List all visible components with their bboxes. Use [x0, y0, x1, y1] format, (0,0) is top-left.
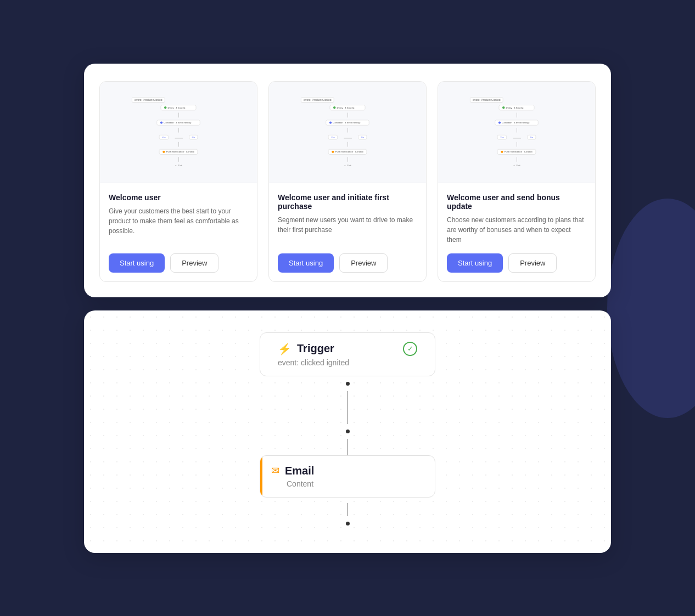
- card-actions-3: Start using Preview: [447, 253, 586, 273]
- mini-condition-3: Condition · 4 event field(s): [495, 120, 538, 126]
- card-preview-2: event: Product Clicked Delay · 4 hour(s)…: [269, 82, 426, 183]
- mini-flow-3: event: Product Clicked Delay · 4 hour(s)…: [465, 98, 568, 167]
- mini-yes-3: Yes: [497, 135, 507, 140]
- email-icon: ✉: [271, 465, 279, 477]
- card-title-1: Welcome user: [109, 193, 248, 202]
- start-using-button-2[interactable]: Start using: [278, 253, 334, 273]
- card-title-2: Welcome user and initiate first purchase: [278, 193, 417, 211]
- mini-branch-1: Yes No: [159, 135, 198, 140]
- card-title-3: Welcome user and send bonus update: [447, 193, 586, 211]
- card-desc-3: Choose new customers according to plans …: [447, 215, 586, 245]
- lightning-icon: ⚡: [278, 343, 292, 354]
- email-content-label: Content: [287, 479, 426, 488]
- mini-no-2: No: [358, 135, 367, 140]
- trigger-node[interactable]: ⚡ Trigger ✓ event: clicked ignited: [260, 332, 435, 376]
- card-body-1: Welcome user Give your customers the bes…: [100, 183, 257, 281]
- mini-branch-2: Yes No: [328, 135, 367, 140]
- card-actions-1: Start using Preview: [109, 253, 248, 273]
- bottom-connector: [346, 498, 350, 531]
- preview-button-2[interactable]: Preview: [339, 253, 388, 273]
- card-actions-2: Start using Preview: [278, 253, 417, 273]
- connector-line-2: [347, 439, 348, 455]
- card-body-3: Welcome user and send bonus update Choos…: [438, 183, 595, 281]
- mini-delay-2: Delay · 4 hour(s): [330, 105, 366, 110]
- connector-line-1: [347, 391, 348, 424]
- trigger-event-text: event: clicked ignited: [278, 358, 349, 367]
- email-node[interactable]: ✉ Email Content: [260, 455, 435, 498]
- template-card-1: event: Product Clicked Delay · 4 hour(s)…: [99, 81, 257, 282]
- mini-branch-3: Yes No: [497, 135, 536, 140]
- connector-1: [346, 376, 350, 455]
- connector-dot-1: [346, 382, 350, 386]
- email-title: Email: [285, 465, 314, 477]
- trigger-title: Trigger: [297, 342, 334, 355]
- template-card-3: event: Product Clicked Delay · 4 hour(s)…: [438, 81, 596, 282]
- mini-condition-1: Condition · 4 event field(s): [156, 120, 200, 126]
- mini-delay-3: Delay · 4 hour(s): [499, 105, 535, 110]
- card-desc-2: Segment new users you want to drive to m…: [278, 215, 417, 245]
- mini-exit-2: ▲Exit: [344, 164, 351, 166]
- email-header: ✉ Email: [271, 465, 426, 477]
- card-preview-3: event: Product Clicked Delay · 4 hour(s)…: [438, 82, 595, 183]
- cards-grid: event: Product Clicked Delay · 4 hour(s)…: [99, 81, 596, 282]
- mini-exit-3: ▲Exit: [513, 164, 520, 166]
- connector-line-3: [347, 503, 348, 516]
- mini-event-label-3: event: Product Clicked: [470, 98, 503, 103]
- email-body: ✉ Email Content: [260, 456, 435, 497]
- mini-exit-1: ▲Exit: [175, 164, 182, 166]
- start-using-button-3[interactable]: Start using: [447, 253, 503, 273]
- mini-yes-1: Yes: [159, 135, 169, 140]
- template-card-2: event: Product Clicked Delay · 4 hour(s)…: [268, 81, 427, 282]
- template-cards-panel: event: Product Clicked Delay · 4 hour(s)…: [84, 64, 611, 297]
- connector-dot-2: [346, 429, 350, 433]
- start-using-button-1[interactable]: Start using: [109, 253, 165, 273]
- mini-no-1: No: [189, 135, 198, 140]
- trigger-title-group: ⚡ Trigger: [278, 342, 334, 355]
- trigger-header: ⚡ Trigger ✓: [278, 342, 417, 356]
- mini-push-1: Push Notification · Content: [159, 149, 198, 155]
- mini-flow-2: event: Product Clicked Delay · 4 hour(s)…: [296, 98, 399, 167]
- flow-builder-panel: ⚡ Trigger ✓ event: clicked ignited ✉ Ema…: [84, 310, 611, 553]
- mini-delay-1: Delay · 4 hour(s): [161, 105, 197, 110]
- check-icon: ✓: [403, 342, 417, 356]
- mini-event-label-2: event: Product Clicked: [301, 98, 334, 103]
- flow-content: ⚡ Trigger ✓ event: clicked ignited ✉ Ema…: [84, 332, 611, 531]
- mini-push-2: Push Notification · Content: [328, 149, 367, 155]
- mini-no-3: No: [527, 135, 536, 140]
- mini-yes-2: Yes: [328, 135, 338, 140]
- preview-button-3[interactable]: Preview: [508, 253, 557, 273]
- mini-condition-2: Condition · 4 event field(s): [326, 120, 369, 126]
- card-body-2: Welcome user and initiate first purchase…: [269, 183, 426, 281]
- mini-event-label-1: event: Product Clicked: [132, 98, 165, 103]
- card-preview-1: event: Product Clicked Delay · 4 hour(s)…: [100, 82, 257, 183]
- preview-button-1[interactable]: Preview: [170, 253, 218, 273]
- email-accent-bar: [260, 456, 262, 497]
- mini-push-3: Push Notification · Content: [497, 149, 536, 155]
- connector-dot-3: [346, 522, 350, 525]
- card-desc-1: Give your customers the best start to yo…: [109, 206, 248, 245]
- mini-flow-1: event: Product Clicked Delay · 4 hour(s)…: [127, 98, 229, 167]
